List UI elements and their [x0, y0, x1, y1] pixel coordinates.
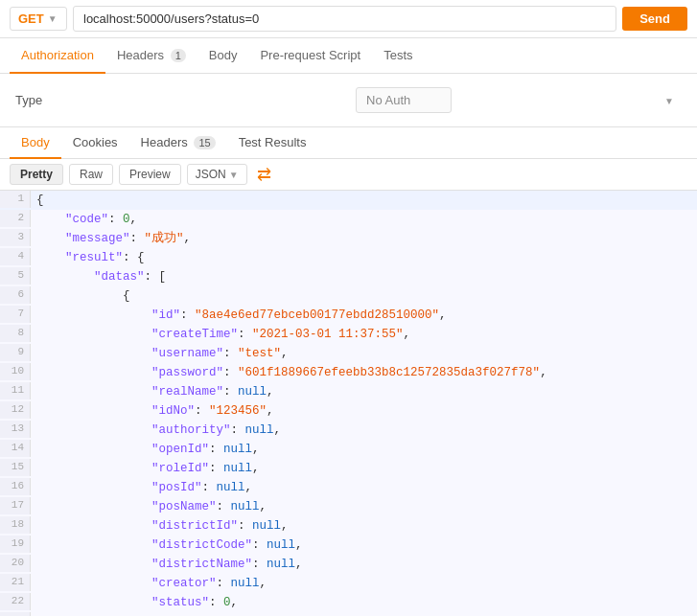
- line-content: "districtId": null,: [31, 516, 294, 536]
- tab-tests-label: Tests: [383, 48, 412, 62]
- line-content: "idNo": "123456",: [31, 401, 280, 421]
- code-line: 10 "password": "601f1889667efeebb33b8c12…: [0, 363, 697, 382]
- code-line: 18 "districtId": null,: [0, 516, 697, 536]
- tab-headers-label: Headers: [117, 48, 164, 62]
- raw-button[interactable]: Raw: [69, 164, 113, 185]
- method-label: GET: [18, 11, 44, 26]
- tab-body[interactable]: Body: [197, 38, 249, 74]
- auth-section: Type No Auth Bearer Token Basic Auth: [0, 74, 697, 127]
- tab-authorization-label: Authorization: [21, 48, 94, 62]
- code-line: 9 "username": "test",: [0, 344, 697, 363]
- line-content: {: [31, 286, 136, 306]
- code-line: 13 "authority": null,: [0, 421, 697, 440]
- res-tab-body-label: Body: [21, 135, 50, 149]
- line-content: "creator": null,: [31, 574, 272, 593]
- code-line: 21 "creator": null,: [0, 574, 697, 593]
- line-number: 12: [0, 401, 31, 419]
- line-number: 17: [0, 497, 31, 514]
- line-content: "password": "601f1889667efeebb33b8c12572…: [31, 363, 553, 382]
- request-tabs: Authorization Headers 1 Body Pre-request…: [0, 38, 697, 74]
- format-label: JSON: [196, 168, 226, 181]
- format-select[interactable]: JSON ▼: [187, 164, 247, 185]
- line-content: "datas": [: [31, 267, 172, 286]
- top-bar: GET ▼ Send: [0, 0, 697, 38]
- tab-headers[interactable]: Headers 1: [105, 38, 197, 74]
- auth-select-wrap: No Auth Bearer Token Basic Auth: [356, 87, 682, 113]
- line-number: 6: [0, 286, 31, 304]
- auth-type-label: Type: [15, 93, 54, 107]
- line-number: 21: [0, 574, 31, 591]
- line-content: "status": 0,: [31, 593, 244, 612]
- res-tab-headers-badge: 15: [194, 136, 215, 149]
- line-number: 1: [0, 191, 31, 208]
- line-number: 16: [0, 478, 31, 495]
- code-toolbar: Pretty Raw Preview JSON ▼ ⇄: [0, 159, 697, 191]
- code-line: 22 "status": 0,: [0, 593, 697, 612]
- code-line: 17 "posName": null,: [0, 497, 697, 516]
- tab-tests[interactable]: Tests: [372, 38, 424, 74]
- line-number: 11: [0, 382, 31, 399]
- line-number: 5: [0, 267, 31, 285]
- res-tab-body[interactable]: Body: [10, 127, 61, 159]
- res-tab-testresults[interactable]: Test Results: [227, 127, 318, 159]
- format-chevron-icon: ▼: [229, 170, 239, 180]
- line-content: "id": "8ae4e6ed77ebceb00177ebdd28510000"…: [31, 306, 453, 325]
- line-number: 23: [0, 612, 31, 616]
- line-number: 8: [0, 325, 31, 342]
- line-content: "createTime": "2021-03-01 11:37:55",: [31, 325, 416, 344]
- code-line: 2 "code": 0,: [0, 210, 697, 229]
- line-content: "openId": null,: [31, 440, 266, 459]
- res-tab-cookies-label: Cookies: [73, 135, 118, 149]
- line-content: "authority": null,: [31, 421, 287, 440]
- pretty-button[interactable]: Pretty: [10, 164, 63, 185]
- code-line: 23 "isAdmin": 0: [0, 612, 697, 616]
- code-line: 7 "id": "8ae4e6ed77ebceb00177ebdd2851000…: [0, 306, 697, 325]
- line-number: 13: [0, 421, 31, 438]
- line-number: 2: [0, 210, 31, 227]
- res-tab-headers-label: Headers: [141, 135, 188, 149]
- wrap-icon[interactable]: ⇄: [257, 164, 271, 185]
- code-line: 14 "openId": null,: [0, 440, 697, 459]
- code-line: 12 "idNo": "123456",: [0, 401, 697, 421]
- line-number: 9: [0, 344, 31, 361]
- code-line: 19 "districtCode": null,: [0, 536, 697, 555]
- res-tab-testresults-label: Test Results: [239, 135, 307, 149]
- line-number: 7: [0, 306, 31, 323]
- code-line: 4 "result": {: [0, 248, 697, 267]
- code-line: 8 "createTime": "2021-03-01 11:37:55",: [0, 325, 697, 344]
- response-tabs: Body Cookies Headers 15 Test Results: [0, 127, 697, 159]
- line-content: "posId": null,: [31, 478, 258, 497]
- url-input[interactable]: [73, 6, 616, 32]
- auth-type-select[interactable]: No Auth Bearer Token Basic Auth: [356, 87, 452, 113]
- line-number: 19: [0, 536, 31, 553]
- line-number: 18: [0, 516, 31, 534]
- tab-prerequest[interactable]: Pre-request Script: [248, 38, 372, 74]
- send-button[interactable]: Send: [622, 7, 687, 31]
- line-number: 15: [0, 459, 31, 476]
- line-content: "result": {: [31, 248, 151, 267]
- code-line: 20 "districtName": null,: [0, 555, 697, 574]
- line-number: 10: [0, 363, 31, 380]
- code-line: 16 "posId": null,: [0, 478, 697, 497]
- code-line: 6 {: [0, 286, 697, 306]
- line-number: 20: [0, 555, 31, 572]
- line-content: "roleId": null,: [31, 459, 266, 478]
- method-select[interactable]: GET ▼: [10, 7, 67, 31]
- code-line: 15 "roleId": null,: [0, 459, 697, 478]
- line-content: "districtCode": null,: [31, 536, 309, 555]
- line-content: "message": "成功",: [31, 229, 197, 248]
- line-content: "username": "test",: [31, 344, 294, 363]
- tab-body-label: Body: [209, 48, 238, 62]
- res-tab-cookies[interactable]: Cookies: [61, 127, 129, 159]
- line-number: 14: [0, 440, 31, 457]
- tab-headers-badge: 1: [171, 49, 186, 62]
- code-line: 1{: [0, 191, 697, 210]
- tab-authorization[interactable]: Authorization: [10, 38, 105, 74]
- tab-prerequest-label: Pre-request Script: [260, 48, 360, 62]
- line-content: {: [31, 191, 50, 210]
- res-tab-headers[interactable]: Headers 15: [129, 127, 227, 159]
- preview-button[interactable]: Preview: [119, 164, 181, 185]
- line-content: "posName": null,: [31, 497, 272, 516]
- line-content: "isAdmin": 0: [31, 612, 244, 616]
- line-content: "districtName": null,: [31, 555, 309, 574]
